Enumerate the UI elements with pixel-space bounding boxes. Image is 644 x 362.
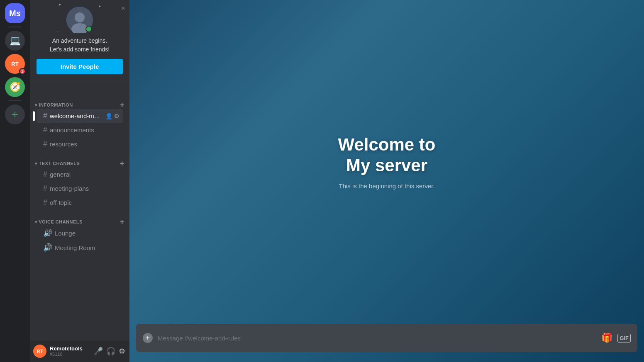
channel-item-resources[interactable]: # resources (37, 137, 123, 151)
message-add-button[interactable]: + (143, 333, 153, 343)
hash-icon: # (43, 126, 47, 134)
sparkle-icon-2: ✦ (98, 5, 101, 8)
channel-sidebar: × ✦ ✦ · An adventure begins. (30, 0, 129, 362)
message-bar: + 🎁 GIF (136, 324, 637, 352)
message-actions: 🎁 GIF (601, 333, 631, 343)
message-input[interactable] (158, 335, 596, 342)
server-list: Ms 💻 RT 3 🧭 + (0, 0, 30, 362)
online-indicator (85, 26, 92, 32)
channel-item-general[interactable]: # general (37, 168, 123, 181)
add-channel-text-button[interactable]: + (120, 160, 124, 167)
username: Remotetools (50, 345, 90, 352)
active-indicator (33, 111, 35, 121)
channel-item-welcome-and-rules[interactable]: # welcome-and-ru... 👤 ⚙ (37, 109, 123, 123)
chevron-icon: ▾ (35, 220, 37, 224)
chevron-icon: ▾ (35, 103, 37, 107)
add-server-button[interactable]: + (5, 104, 25, 124)
chevron-icon: ▾ (35, 161, 37, 166)
popup-description: An adventure begins. Let's add some frie… (37, 36, 123, 54)
settings-icon[interactable]: ⚙ (114, 113, 120, 119)
add-channel-information-button[interactable]: + (120, 101, 124, 109)
gift-icon[interactable]: 🎁 (601, 333, 612, 343)
hash-icon: # (43, 184, 47, 193)
server-icon-remotetools[interactable]: RT 3 (5, 54, 25, 74)
gif-button[interactable]: GIF (617, 334, 631, 343)
speaker-icon: 🔊 (43, 228, 52, 238)
user-discriminator: #5118 (50, 352, 90, 357)
invite-people-button[interactable]: Invite People (37, 59, 123, 74)
welcome-title: Welcome to My server (338, 134, 436, 176)
category-text-channels: ▾ TEXT CHANNELS + # general # meeting-pl… (30, 153, 129, 211)
popup-avatar-area: ✦ ✦ · (37, 7, 123, 33)
main-content: Welcome to My server This is the beginni… (129, 0, 644, 362)
add-channel-voice-button[interactable]: + (120, 218, 124, 226)
welcome-subtitle: This is the beginning of this server. (339, 182, 435, 190)
server-divider (8, 27, 22, 27)
welcome-area: Welcome to My server This is the beginni… (129, 0, 644, 324)
speaker-icon: 🔊 (43, 243, 52, 252)
user-settings-icon[interactable]: ⚙ (118, 346, 126, 357)
hash-icon: # (43, 170, 47, 179)
channel-item-lounge[interactable]: 🔊 Lounge (37, 226, 123, 240)
sparkle-icon: ✦ (58, 2, 61, 7)
popup-avatar (66, 7, 93, 33)
notification-badge: 3 (19, 68, 26, 75)
server-divider-2 (8, 100, 22, 101)
hash-icon: # (43, 112, 47, 120)
add-member-icon[interactable]: 👤 (105, 113, 112, 119)
headphones-icon[interactable]: 🎧 (105, 346, 116, 357)
channel-item-meeting-plans[interactable]: # meeting-plans (37, 182, 123, 195)
microphone-icon[interactable]: 🎤 (93, 346, 104, 357)
category-header-voice-channels[interactable]: ▾ VOICE CHANNELS + (33, 218, 126, 226)
server-popup: × ✦ ✦ · An adventure begins. (30, 0, 129, 81)
channel-item-meeting-room[interactable]: 🔊 Meeting Room (37, 241, 123, 255)
channel-list: ▾ INFORMATION + # welcome-and-ru... 👤 ⚙ … (30, 91, 129, 340)
svg-point-1 (75, 12, 85, 22)
hash-icon: # (43, 198, 47, 207)
user-info: Remotetools #5118 (50, 345, 90, 357)
category-information: ▾ INFORMATION + # welcome-and-ru... 👤 ⚙ … (30, 95, 129, 153)
hash-icon: # (43, 140, 47, 148)
category-header-information[interactable]: ▾ INFORMATION + (33, 101, 126, 109)
server-icon-ms[interactable]: Ms (5, 3, 25, 23)
user-avatar: RT (33, 345, 46, 358)
category-voice-channels: ▾ VOICE CHANNELS + 🔊 Lounge 🔊 Meeting Ro… (30, 211, 129, 257)
channel-item-off-topic[interactable]: # off-topic (37, 196, 123, 209)
user-controls: 🎤 🎧 ⚙ (93, 346, 126, 357)
channel-actions: 👤 ⚙ (105, 113, 120, 119)
server-icon-monitor[interactable]: 💻 (5, 31, 25, 51)
user-panel: RT Remotetools #5118 🎤 🎧 ⚙ (30, 340, 129, 362)
category-header-text-channels[interactable]: ▾ TEXT CHANNELS + (33, 160, 126, 167)
server-icon-green[interactable]: 🧭 (5, 77, 25, 97)
sparkle-icon-3: · (56, 29, 57, 33)
channel-item-announcements[interactable]: # announcements (37, 123, 123, 137)
